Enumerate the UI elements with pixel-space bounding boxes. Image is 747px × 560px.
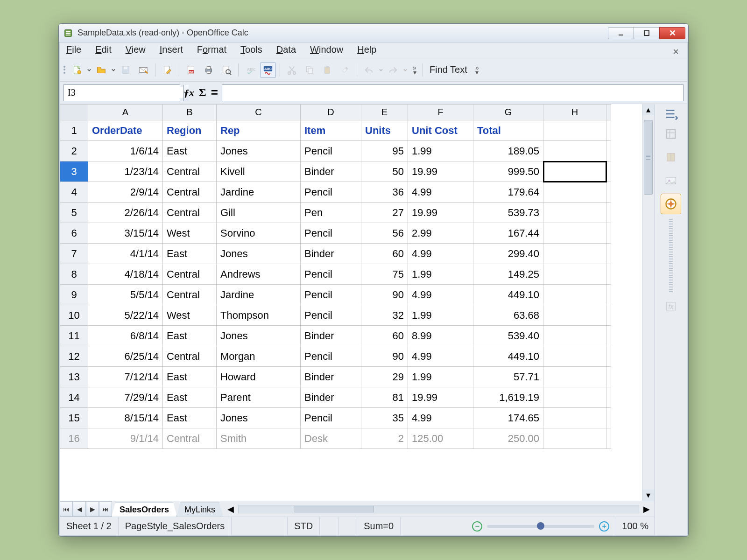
table-row[interactable]: 10 5/22/14 West Thompson Pencil 32 1.99 … — [60, 305, 611, 326]
row-header[interactable]: 14 — [60, 387, 88, 408]
find-text-label[interactable]: Find Text — [427, 64, 470, 75]
table-row[interactable]: 9 5/5/14 Central Jardine Pencil 90 4.99 … — [60, 285, 611, 305]
new-dropdown[interactable] — [87, 68, 92, 72]
status-insert-mode[interactable]: STD — [288, 517, 320, 535]
table-row[interactable]: 4 2/9/14 Central Jardine Pencil 36 4.99 … — [60, 182, 611, 203]
menu-view[interactable]: View — [125, 42, 147, 58]
tab-nav-last[interactable]: ⏭ — [99, 501, 112, 517]
toolbar-gripper[interactable] — [63, 63, 67, 77]
titlebar[interactable]: SampleData.xls (read-only) - OpenOffice … — [59, 24, 688, 42]
row-header[interactable]: 1 — [60, 120, 88, 141]
cut-button[interactable] — [284, 62, 300, 78]
menu-data[interactable]: Data — [275, 42, 297, 58]
format-paintbrush-button[interactable] — [337, 62, 353, 78]
menu-tools[interactable]: Tools — [240, 42, 263, 58]
menu-format[interactable]: Format — [196, 42, 227, 58]
vertical-scrollbar[interactable]: ▴ ▾ — [642, 104, 654, 501]
row-header[interactable]: 9 — [60, 285, 88, 305]
tab-nav-next[interactable]: ▶ — [86, 501, 99, 517]
formula-input[interactable] — [222, 84, 684, 101]
open-button[interactable] — [93, 62, 109, 78]
table-row[interactable]: 15 8/15/14 East Jones Pencil 35 4.99 174… — [60, 408, 611, 428]
sidebar-styles-icon[interactable] — [661, 147, 681, 168]
row-header[interactable]: 3 — [60, 161, 88, 182]
minimize-button[interactable] — [608, 27, 634, 39]
scroll-thumb-horizontal[interactable] — [295, 506, 374, 512]
col-header-C[interactable]: C — [217, 105, 301, 120]
table-row[interactable]: 13 7/12/14 East Howard Binder 29 1.99 57… — [60, 367, 611, 387]
edit-file-button[interactable] — [159, 62, 175, 78]
close-document-icon[interactable]: × — [673, 46, 682, 58]
table-row[interactable]: 16 9/1/14 Central Smith Desk 2 125.00 25… — [60, 428, 611, 449]
close-button[interactable]: ✕ — [659, 27, 685, 39]
row-header[interactable]: 11 — [60, 326, 88, 346]
sidebar-functions-icon[interactable]: fx — [661, 296, 681, 317]
table-row[interactable]: 14 7/29/14 East Parent Binder 81 19.99 1… — [60, 387, 611, 408]
scroll-thumb-vertical[interactable] — [644, 120, 653, 195]
sidebar-navigator-icon[interactable] — [661, 194, 681, 214]
col-header-I-sliver[interactable] — [606, 105, 611, 120]
row-header[interactable]: 7 — [60, 244, 88, 264]
undo-dropdown[interactable] — [379, 68, 383, 72]
sidebar-properties-icon[interactable] — [661, 124, 681, 144]
menu-file[interactable]: File — [65, 42, 82, 58]
undo-button[interactable] — [361, 62, 377, 78]
col-header-E[interactable]: E — [361, 105, 408, 120]
redo-button[interactable] — [385, 62, 401, 78]
col-header-D[interactable]: D — [301, 105, 361, 120]
row-header[interactable]: 5 — [60, 203, 88, 223]
copy-button[interactable] — [302, 62, 317, 78]
table-row[interactable]: 2 1/6/14 East Jones Pencil 95 1.99 189.0… — [60, 141, 611, 161]
sidebar-resize-gripper[interactable] — [669, 219, 673, 294]
sheet-tab-salesorders[interactable]: SalesOrders — [112, 503, 177, 517]
find-toolbar-overflow[interactable]: »▾ — [473, 66, 481, 74]
row-header[interactable]: 4 — [60, 182, 88, 203]
tab-nav-prev[interactable]: ◀ — [73, 501, 86, 517]
auto-spellcheck-button[interactable]: ABC — [260, 62, 276, 78]
sidebar-settings-icon[interactable] — [664, 107, 678, 121]
cell-reference-input[interactable] — [64, 87, 183, 98]
tab-nav-first[interactable]: ⏮ — [60, 501, 73, 517]
table-row[interactable]: 6 3/15/14 West Sorvino Pencil 56 2.99 16… — [60, 223, 611, 244]
zoom-percent[interactable]: 100 % — [616, 517, 654, 535]
print-preview-button[interactable] — [218, 62, 234, 78]
col-header-G[interactable]: G — [473, 105, 543, 120]
col-header-A[interactable]: A — [88, 105, 163, 120]
sidebar-gallery-icon[interactable] — [661, 170, 681, 191]
table-row[interactable]: 3 1/23/14 Central Kivell Binder 50 19.99… — [60, 161, 611, 182]
function-button[interactable]: = — [211, 85, 218, 100]
table-row[interactable]: 8 4/18/14 Central Andrews Pencil 75 1.99… — [60, 264, 611, 285]
scroll-left-button[interactable]: ◀ — [225, 504, 236, 515]
status-sum[interactable]: Sum=0 — [357, 517, 401, 535]
row-header[interactable]: 16 — [60, 428, 88, 449]
spreadsheet-grid[interactable]: A B C D E F G H — [60, 104, 642, 501]
print-button[interactable] — [201, 62, 217, 78]
row-header[interactable]: 10 — [60, 305, 88, 326]
row-header[interactable]: 13 — [60, 367, 88, 387]
zoom-in-button[interactable]: + — [599, 521, 609, 532]
menu-help[interactable]: Help — [356, 42, 377, 58]
scroll-right-button[interactable]: ▶ — [641, 504, 652, 515]
row-header[interactable]: 8 — [60, 264, 88, 285]
maximize-button[interactable] — [634, 27, 660, 39]
table-row[interactable]: 12 6/25/14 Central Morgan Pencil 90 4.99… — [60, 346, 611, 367]
sum-button[interactable]: Σ — [199, 86, 206, 99]
scroll-down-button[interactable]: ▾ — [642, 490, 654, 501]
spellcheck-button[interactable]: ABC — [242, 62, 258, 78]
table-row[interactable]: 5 2/26/14 Central Gill Pen 27 19.99 539.… — [60, 203, 611, 223]
function-wizard-button[interactable]: ƒx — [184, 87, 194, 99]
row-header[interactable]: 2 — [60, 141, 88, 161]
name-box[interactable] — [63, 84, 180, 101]
save-button[interactable] — [118, 62, 134, 78]
table-row[interactable]: 11 6/8/14 East Jones Binder 60 8.99 539.… — [60, 326, 611, 346]
row-header[interactable]: 12 — [60, 346, 88, 367]
toolbar-overflow[interactable]: »▾ — [410, 66, 419, 74]
table-row[interactable]: 7 4/1/14 East Jones Binder 60 4.99 299.4… — [60, 244, 611, 264]
email-button[interactable] — [135, 62, 151, 78]
menu-edit[interactable]: Edit — [94, 42, 112, 58]
status-page-style[interactable]: PageStyle_SalesOrders — [119, 517, 232, 535]
menu-insert[interactable]: Insert — [159, 42, 184, 58]
horizontal-scrollbar[interactable]: ◀ ▶ — [223, 501, 654, 517]
new-button[interactable] — [69, 62, 85, 78]
redo-dropdown[interactable] — [403, 68, 408, 72]
